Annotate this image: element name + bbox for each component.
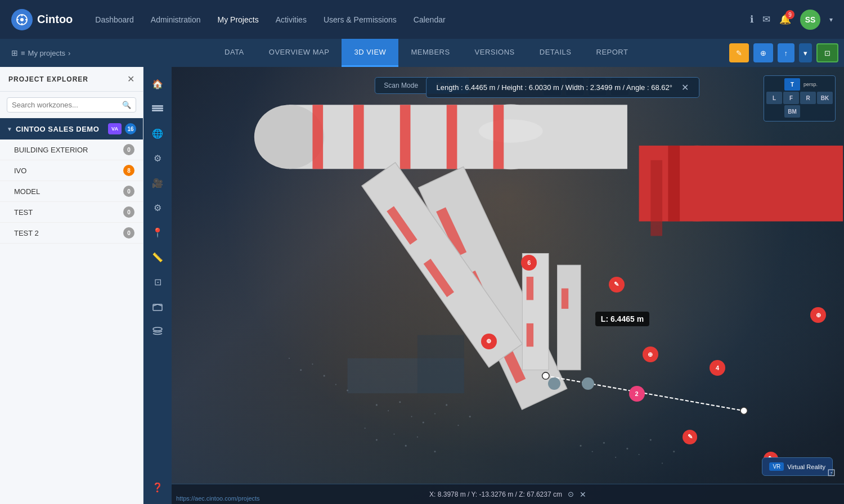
persp-T-button[interactable]: T (784, 78, 800, 91)
svg-point-1 (20, 18, 24, 21)
breadcrumb-arrow: › (68, 49, 70, 57)
layers-icon: ⊕ (760, 49, 766, 57)
nav-dashboard[interactable]: Dashboard (95, 15, 134, 24)
mail-icon[interactable]: ✉ (762, 14, 770, 25)
perspective-controls: T persp. L F R BK BM (764, 75, 836, 122)
svg-point-68 (639, 454, 640, 455)
svg-point-61 (335, 384, 336, 385)
svg-point-59 (312, 363, 313, 364)
svg-point-71 (673, 451, 675, 452)
measure-icon[interactable]: 📏 (146, 246, 169, 268)
tab-members[interactable]: MEMBERS (398, 39, 462, 67)
svg-point-52 (376, 439, 378, 440)
workzone-test[interactable]: TEST 0 (0, 202, 143, 223)
video-icon[interactable]: 🎥 (146, 172, 169, 194)
project-root[interactable]: ▼ CINTOO SALES DEMO VA 16 (0, 118, 143, 140)
settings-icon[interactable]: ⚙ (146, 196, 169, 219)
sidebar-close-button[interactable]: ✕ (127, 74, 134, 84)
marker-4[interactable]: 4 (710, 360, 725, 376)
nav-my-projects[interactable]: My Projects (218, 15, 259, 24)
marker-bottom1[interactable]: ✎ (683, 430, 697, 444)
close-coord-button[interactable]: ✕ (580, 490, 586, 499)
svg-point-56 (434, 451, 436, 452)
svg-rect-30 (650, 160, 662, 236)
search-icon[interactable]: 🔍 (122, 101, 131, 109)
3d-background: Scan Mode 3D Navi ⊞ ⚑ 📷 ⇧ Length : 6.446… (172, 67, 844, 504)
workzone-name: TEST 2 (14, 229, 39, 237)
svg-point-58 (300, 369, 302, 371)
persp-BK-button[interactable]: BK (817, 92, 833, 104)
svg-point-39 (740, 407, 747, 414)
camera-settings-icon[interactable]: ⚙ (146, 147, 169, 169)
svg-point-65 (603, 442, 605, 444)
search-input[interactable] (12, 101, 122, 109)
marker-edit[interactable]: ✎ (609, 277, 625, 292)
logo-area[interactable]: Cintoo (11, 9, 73, 30)
breadcrumb: ⊞ ≡ My projects › (11, 48, 124, 57)
svg-point-60 (324, 375, 325, 377)
upload-caret-button[interactable]: ▾ (799, 43, 812, 62)
globe-icon[interactable]: 🌐 (146, 122, 169, 145)
nav-calendar[interactable]: Calendar (414, 15, 446, 24)
tab-overview-map[interactable]: OVERVIEW MAP (257, 39, 342, 67)
nav-administration[interactable]: Administration (151, 15, 201, 24)
tab-data[interactable]: DATA (212, 39, 257, 67)
workzone-count: 0 (123, 186, 134, 197)
tab-details[interactable]: DETAILS (527, 39, 584, 67)
workzone-model[interactable]: MODEL 0 (0, 181, 143, 202)
avatar[interactable]: SS (800, 10, 820, 30)
persp-R-button[interactable]: R (800, 92, 816, 104)
workzone-building-exterior[interactable]: BUILDING EXTERIOR 0 (0, 140, 143, 160)
crop-icon[interactable]: ⊡ (146, 271, 169, 293)
stack-icon[interactable] (146, 320, 169, 343)
svg-rect-20 (493, 105, 504, 169)
persp-F-button[interactable]: F (783, 92, 799, 104)
model-icon[interactable] (146, 295, 169, 318)
project-explorer-sidebar: PROJECT EXPLORER ✕ 🔍 ▼ CINTOO SALES DEMO… (0, 67, 143, 504)
marker-gray1[interactable] (548, 377, 560, 390)
vr-button[interactable]: VR Virtual Reality (762, 457, 833, 476)
workzone-name: MODEL (14, 187, 40, 196)
workzone-count: 0 (123, 144, 134, 155)
nav-activities[interactable]: Activities (276, 15, 307, 24)
bell-icon[interactable]: 🔔 9 (779, 14, 791, 25)
svg-point-67 (626, 448, 628, 449)
export-button[interactable]: ⊡ (816, 43, 838, 62)
copy-coord-icon[interactable]: ⊙ (568, 490, 574, 498)
tooltip-close-button[interactable]: ✕ (681, 82, 689, 93)
svg-point-53 (393, 434, 394, 435)
home-icon[interactable]: 🏠 (146, 73, 169, 95)
search-box: 🔍 (7, 97, 136, 112)
marker-scan2[interactable]: ⊕ (643, 346, 658, 362)
avatar-caret[interactable]: ▾ (829, 16, 833, 24)
info-icon[interactable]: ℹ (750, 14, 753, 25)
marker-2[interactable]: 2 (629, 386, 645, 402)
help-icon[interactable]: ❓ (146, 476, 169, 498)
sidebar-title: PROJECT EXPLORER (8, 75, 88, 83)
svg-point-15 (479, 119, 543, 142)
workzone-ivo[interactable]: IVO 8 (0, 160, 143, 181)
persp-BM-button[interactable]: BM (784, 105, 800, 118)
location-icon[interactable]: 📍 (146, 221, 169, 244)
bottom-right-icon[interactable]: ⊡ (827, 466, 836, 479)
svg-rect-19 (447, 105, 457, 169)
tab-versions[interactable]: VERSIONS (463, 39, 527, 67)
bottom-url-link[interactable]: https://aec.cintoo.com/projects (172, 493, 264, 504)
tab-3d-view[interactable]: 3D VIEW (342, 39, 398, 67)
breadcrumb-label[interactable]: My projects (28, 49, 65, 57)
nav-users-permissions[interactable]: Users & Permissions (324, 15, 397, 24)
3d-viewer[interactable]: Scan Mode 3D Navi ⊞ ⚑ 📷 ⇧ Length : 6.446… (172, 67, 844, 504)
scan-mode-button[interactable]: Scan Mode (375, 78, 427, 93)
workzone-test2[interactable]: TEST 2 0 (0, 223, 143, 244)
marker-gray2[interactable] (582, 377, 594, 390)
tab-report[interactable]: REPORT (584, 39, 641, 67)
layers-button[interactable]: ⊕ (753, 43, 773, 62)
svg-point-49 (457, 425, 459, 426)
annotation-button[interactable]: ✎ (729, 43, 749, 62)
upload-button[interactable]: ↑ (778, 43, 795, 62)
layers-panel-icon[interactable] (146, 97, 169, 120)
marker-scan1[interactable]: ⊕ (481, 334, 497, 349)
svg-point-66 (615, 457, 616, 458)
svg-line-37 (546, 376, 744, 411)
persp-L-button[interactable]: L (766, 92, 782, 104)
